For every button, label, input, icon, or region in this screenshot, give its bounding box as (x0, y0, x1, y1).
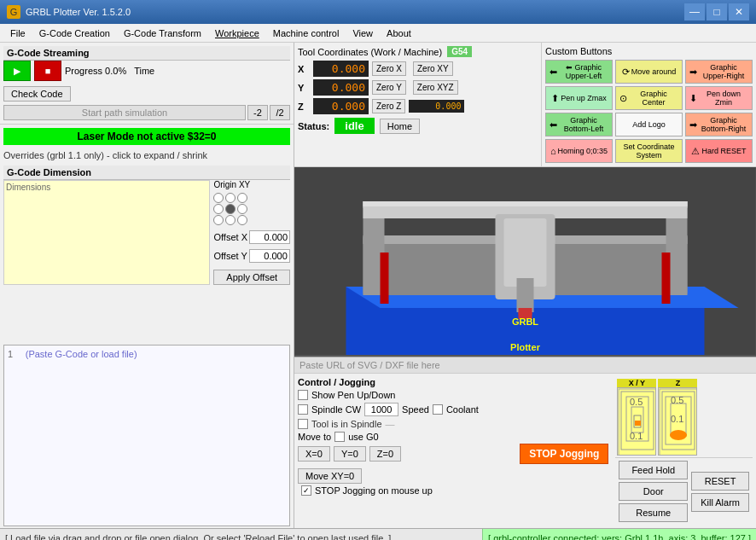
xy-chart: X / Y 0.5 0.1 (617, 379, 656, 456)
set-coordinate-button[interactable]: Set Coordinate System (615, 139, 683, 163)
zero-xy-button[interactable]: Zero XY (413, 61, 453, 76)
main-content: G-Code Streaming ▶ ■ Progress 0.0% Time … (0, 43, 756, 528)
graphic-bottom-left-button[interactable]: ⬅ Graphic Bottom-Left (545, 113, 613, 136)
feed-hold-button[interactable]: Feed Hold (619, 461, 688, 479)
stop-jog-mouse-row: STOP Jogging on mouse up (298, 484, 608, 497)
y0-button[interactable]: Y=0 (334, 446, 366, 462)
radio-9[interactable] (237, 215, 247, 225)
overrides-toggle[interactable]: Overrides (grbl 1.1 only) - click to exp… (0, 148, 294, 162)
sim-button[interactable]: Start path simulation (3, 105, 246, 120)
coolant-checkbox[interactable] (433, 404, 443, 415)
sim-minus2: -2 (247, 105, 268, 120)
menu-workpiece[interactable]: Workpiece (208, 24, 266, 42)
menu-machine-control[interactable]: Machine control (266, 24, 346, 42)
z0-button[interactable]: Z=0 (369, 446, 401, 462)
close-button[interactable]: ✕ (729, 3, 749, 20)
status-bar: [ Load file via drag and drop or file op… (0, 528, 756, 540)
graphic-upper-left-button[interactable]: ⬅ ⬅ Graphic Upper-Left (545, 60, 613, 84)
menu-about[interactable]: About (380, 24, 418, 42)
menu-gcode-transform[interactable]: G-Code Transform (117, 24, 208, 42)
x0-button[interactable]: X=0 (298, 446, 330, 462)
check-code-row: Check Code (3, 84, 290, 102)
zero-x-button[interactable]: Zero X (372, 61, 406, 76)
move-around-button[interactable]: ⟳ Move around (615, 60, 683, 84)
apply-offset-button[interactable]: Apply Offset (213, 270, 290, 285)
tool-spindle-checkbox[interactable] (298, 419, 308, 429)
check-code-button[interactable]: Check Code (3, 86, 71, 102)
speed-input[interactable] (364, 403, 398, 416)
reset-button[interactable]: RESET (691, 472, 749, 491)
move-to-label: Move to (298, 432, 331, 442)
graphic-bottom-right-button[interactable]: ➡ Graphic Bottom-Right (685, 113, 753, 136)
radio-1[interactable] (213, 193, 224, 203)
stop-jogging-button[interactable]: STOP Jogging (520, 444, 608, 464)
play-button[interactable]: ▶ (3, 61, 31, 81)
axis-buttons-row: X=0 Y=0 Z=0 STOP Jogging (298, 444, 608, 464)
kill-alarm-button[interactable]: Kill Alarm (691, 493, 749, 512)
show-pen-label: Show Pen Up/Down (311, 390, 395, 400)
pen-up-icon: ⬆ (551, 93, 559, 104)
arrow-upper-left-icon: ⬅ (550, 67, 557, 78)
radio-6[interactable] (237, 204, 247, 214)
spindle-cw-label: Spindle CW (311, 404, 361, 415)
sim-row: Start path simulation -2 /2 (3, 105, 290, 120)
spindle-cw-checkbox[interactable] (298, 404, 308, 415)
pen-down-button[interactable]: ⬇ Pen down Zmin (685, 86, 753, 110)
maximize-button[interactable]: □ (707, 3, 727, 20)
move-xy0-button[interactable]: Move XY=0 (298, 468, 362, 484)
status-left: [ Load file via drag and drop or file op… (0, 533, 482, 541)
radio-8[interactable] (225, 215, 236, 225)
menu-gcode-creation[interactable]: G-Code Creation (32, 24, 117, 42)
arrow-bottom-left-icon: ⬅ (550, 119, 557, 131)
zero-y-button[interactable]: Zero Y (372, 80, 406, 95)
graphic-upper-right-button[interactable]: ➡ Graphic Upper-Right (685, 60, 753, 84)
door-button[interactable]: Door (619, 482, 688, 501)
menu-file[interactable]: File (3, 24, 32, 42)
left-action-col: Feed Hold Door Resume (619, 461, 688, 522)
radio-row-2 (213, 204, 290, 214)
use-g0-label: use G0 (348, 432, 378, 442)
menu-view[interactable]: View (346, 24, 380, 42)
y-label: Y (298, 83, 310, 93)
zero-xyz-button[interactable]: Zero XYZ (413, 80, 458, 95)
use-g0-checkbox[interactable] (334, 432, 345, 442)
stop-button[interactable]: ■ (34, 61, 61, 81)
svg-text:0.5: 0.5 (630, 397, 643, 407)
laser-mode-indicator: Laser Mode not active $32=0 (3, 128, 290, 145)
offset-x-input[interactable] (249, 230, 290, 244)
window-controls: — □ ✕ (684, 3, 749, 20)
home-button[interactable]: Home (380, 119, 420, 134)
xy-chart-svg: 0.5 0.1 (618, 388, 656, 456)
coolant-label: Coolant (446, 404, 479, 415)
radio-7[interactable] (213, 215, 224, 225)
radio-4[interactable] (213, 204, 224, 214)
z-chart-label: Z (658, 379, 697, 387)
move-to-row: Move to use G0 (298, 432, 608, 442)
speed-label: Speed (402, 404, 429, 415)
radio-5[interactable] (225, 204, 236, 214)
pen-up-button[interactable]: ⬆ Pen up Zmax (545, 86, 613, 110)
zero-z-button[interactable]: Zero Z (372, 99, 405, 113)
dimension-label: Dimensions (6, 183, 207, 192)
homing-button[interactable]: ⌂ Homing 0;0:35 (545, 139, 613, 163)
add-logo-button[interactable]: Add Logo (615, 113, 683, 136)
svg-text:0.5: 0.5 (671, 395, 683, 405)
show-pen-checkbox[interactable] (298, 390, 308, 400)
3d-view: GRBL Plotter (294, 167, 756, 357)
offset-y-label: Offset Y (213, 251, 247, 261)
stop-jog-mouse-checkbox[interactable] (301, 485, 311, 496)
svg-text:Plotter: Plotter (510, 342, 541, 352)
z-small: 0.000 (409, 100, 464, 113)
radio-2[interactable] (225, 193, 236, 203)
custom-buttons-title: Custom Buttons (545, 46, 753, 56)
minimize-button[interactable]: — (684, 3, 705, 20)
hard-reset-button[interactable]: ⚠ Hard RESET (685, 139, 753, 163)
offset-y-input[interactable] (249, 249, 290, 263)
resume-button[interactable]: Resume (619, 503, 688, 522)
radio-3[interactable] (237, 193, 247, 203)
graphic-center-button[interactable]: ⊙ Graphic Center (615, 86, 683, 110)
menu-bar: File G-Code Creation G-Code Transform Wo… (0, 24, 756, 43)
z-value: 0.000 (313, 98, 369, 114)
z-coord-row: Z 0.000 Zero Z 0.000 (298, 98, 538, 114)
gcode-editor[interactable]: 1 (Paste G-Code or load file) (3, 345, 290, 527)
